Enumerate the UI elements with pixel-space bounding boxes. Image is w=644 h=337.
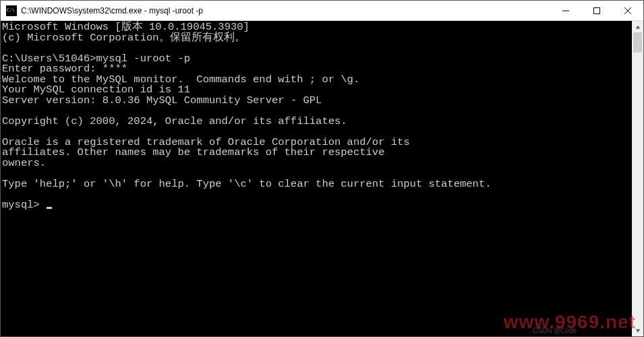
svg-marker-5 xyxy=(635,329,639,332)
cmd-window: C:\WINDOWS\system32\cmd.exe - mysql -uro… xyxy=(0,0,644,337)
mysql-prompt[interactable]: mysql> xyxy=(2,199,46,211)
vertical-scrollbar[interactable] xyxy=(632,21,643,336)
svg-marker-4 xyxy=(635,25,639,28)
cursor xyxy=(47,207,52,209)
scroll-thumb[interactable] xyxy=(633,32,642,53)
maximize-button[interactable] xyxy=(581,1,612,20)
watermark-url: www.9969.net xyxy=(504,311,636,333)
scroll-track[interactable] xyxy=(632,32,643,325)
scroll-up-button[interactable] xyxy=(632,21,643,32)
close-button[interactable] xyxy=(612,1,643,20)
svg-rect-1 xyxy=(594,7,600,13)
window-title: C:\WINDOWS\system32\cmd.exe - mysql -uro… xyxy=(21,6,550,16)
client-area: Microsoft Windows [版本 10.0.19045.3930] (… xyxy=(1,21,643,336)
terminal-lines: Microsoft Windows [版本 10.0.19045.3930] (… xyxy=(2,21,492,190)
titlebar[interactable]: C:\WINDOWS\system32\cmd.exe - mysql -uro… xyxy=(1,1,643,21)
window-controls xyxy=(550,1,643,20)
minimize-button[interactable] xyxy=(550,1,581,20)
cmd-icon xyxy=(6,5,17,16)
terminal-output[interactable]: Microsoft Windows [版本 10.0.19045.3930] (… xyxy=(1,21,632,336)
